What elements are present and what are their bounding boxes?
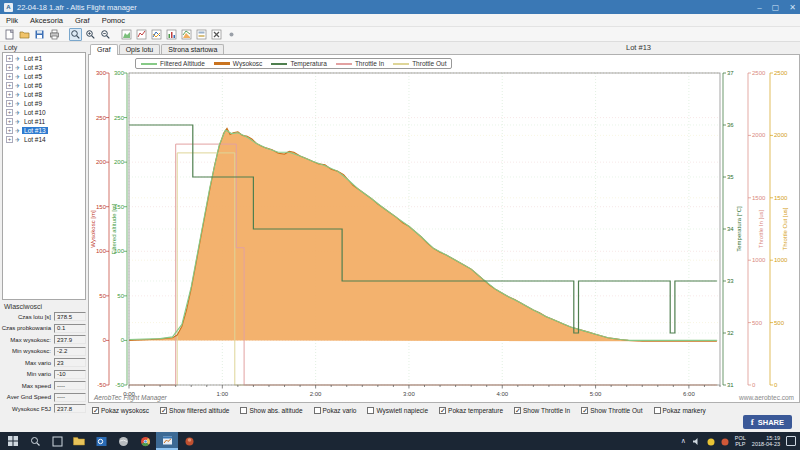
filter-label: Show abs. altitude bbox=[249, 407, 302, 414]
zoom-mode-icon[interactable] bbox=[69, 28, 82, 41]
checkbox-icon[interactable] bbox=[654, 407, 661, 414]
expander-icon[interactable]: + bbox=[6, 136, 13, 143]
language-indicator[interactable]: POLPLP bbox=[735, 435, 746, 447]
chrome-icon[interactable] bbox=[134, 432, 156, 450]
google-earth-icon[interactable] bbox=[112, 432, 134, 450]
svg-text:300: 300 bbox=[96, 70, 107, 76]
menu-item-akcesoria[interactable]: Akcesoria bbox=[24, 16, 69, 25]
svg-text:36: 36 bbox=[727, 122, 734, 128]
volume-icon[interactable] bbox=[692, 432, 701, 450]
svg-text:32: 32 bbox=[727, 330, 734, 336]
action-center-icon[interactable] bbox=[786, 436, 796, 446]
menu-item-pomoc[interactable]: Pomoc bbox=[96, 16, 131, 25]
task-view-icon[interactable] bbox=[46, 432, 68, 450]
tree-item-lot-5[interactable]: +✈Lot #5 bbox=[3, 72, 85, 81]
checkbox-icon[interactable]: ✓ bbox=[92, 407, 99, 414]
svg-text:-50: -50 bbox=[97, 382, 106, 388]
save-icon[interactable] bbox=[33, 28, 46, 41]
tree-item-lot-9[interactable]: +✈Lot #9 bbox=[3, 99, 85, 108]
app-taskbar-icon[interactable] bbox=[178, 432, 200, 450]
tree-item-lot-13[interactable]: +✈Lot #13 bbox=[3, 126, 85, 135]
facebook-share-button[interactable]: f SHARE bbox=[743, 415, 792, 429]
flight-icon: ✈ bbox=[15, 55, 20, 62]
property-value-field[interactable]: 237.8 bbox=[54, 404, 86, 413]
website-link[interactable]: www.aerobtec.com bbox=[739, 394, 794, 401]
clear-chart-icon[interactable] bbox=[210, 28, 223, 41]
maximize-button[interactable]: ▢ bbox=[772, 3, 780, 12]
flight-label: Lot #5 bbox=[22, 73, 44, 80]
altis-app-taskbar-icon[interactable] bbox=[156, 432, 178, 450]
chart-line-icon[interactable] bbox=[135, 28, 148, 41]
filter-show-abs-altitude[interactable]: Show abs. altitude bbox=[240, 407, 302, 414]
tray-status-icon-red[interactable] bbox=[721, 432, 729, 450]
property-value-field[interactable]: 23 bbox=[54, 358, 86, 367]
tree-item-lot-8[interactable]: +✈Lot #8 bbox=[3, 90, 85, 99]
expander-icon[interactable]: + bbox=[6, 127, 13, 134]
checkbox-icon[interactable]: ✓ bbox=[581, 407, 588, 414]
new-file-icon[interactable] bbox=[3, 28, 16, 41]
tray-chevron-up-icon[interactable]: ∧ bbox=[681, 437, 686, 445]
close-button[interactable]: ✕ bbox=[789, 3, 796, 12]
tree-item-lot-11[interactable]: +✈Lot #11 bbox=[3, 117, 85, 126]
chart-area-icon[interactable] bbox=[120, 28, 133, 41]
tree-item-lot-6[interactable]: +✈Lot #6 bbox=[3, 81, 85, 90]
expander-icon[interactable]: + bbox=[6, 91, 13, 98]
tab-graf[interactable]: Graf bbox=[90, 44, 118, 55]
filter-label: Show Throttle In bbox=[523, 407, 570, 414]
checkbox-icon[interactable] bbox=[240, 407, 247, 414]
filter-pokaz-vario[interactable]: Pokaz vario bbox=[314, 407, 357, 414]
minimize-button[interactable]: – bbox=[757, 3, 761, 12]
tree-item-lot-3[interactable]: +✈Lot #3 bbox=[3, 63, 85, 72]
start-button[interactable] bbox=[2, 432, 24, 450]
flight-label: Lot #3 bbox=[22, 64, 44, 71]
property-value-field[interactable]: ---- bbox=[54, 393, 86, 402]
expander-icon[interactable]: + bbox=[6, 55, 13, 62]
flight-tree[interactable]: +✈Lot #1+✈Lot #3+✈Lot #5+✈Lot #6+✈Lot #8… bbox=[2, 52, 86, 300]
zoom-out-icon[interactable] bbox=[99, 28, 112, 41]
chart-dual-icon[interactable] bbox=[180, 28, 193, 41]
checkbox-icon[interactable]: ✓ bbox=[514, 407, 521, 414]
expander-icon[interactable]: + bbox=[6, 118, 13, 125]
checkbox-icon[interactable] bbox=[314, 407, 321, 414]
expander-icon[interactable]: + bbox=[6, 73, 13, 80]
checkbox-icon[interactable]: ✓ bbox=[160, 407, 167, 414]
filter-show-filtered-altitude[interactable]: ✓Show filtered altitude bbox=[160, 407, 229, 414]
search-icon[interactable] bbox=[24, 432, 46, 450]
tree-item-lot-1[interactable]: +✈Lot #1 bbox=[3, 54, 85, 63]
property-value-field[interactable]: -10 bbox=[54, 370, 86, 379]
checkbox-icon[interactable] bbox=[367, 407, 374, 414]
expander-icon[interactable]: + bbox=[6, 64, 13, 71]
chart-bars-icon[interactable] bbox=[165, 28, 178, 41]
checkbox-icon[interactable]: ✓ bbox=[439, 407, 446, 414]
filter-show-throttle-in[interactable]: ✓Show Throttle In bbox=[514, 407, 570, 414]
property-value-field[interactable]: -2.2 bbox=[54, 347, 86, 356]
filter-pokaz-markery[interactable]: Pokaz markery bbox=[654, 407, 706, 414]
property-value-field[interactable]: ---- bbox=[54, 381, 86, 390]
open-folder-icon[interactable] bbox=[18, 28, 31, 41]
filter-pokaz-temperature[interactable]: ✓Pokaz temperature bbox=[439, 407, 503, 414]
print-icon[interactable] bbox=[48, 28, 61, 41]
property-value-field[interactable]: 378.5 bbox=[54, 312, 86, 321]
tree-item-lot-14[interactable]: +✈Lot #14 bbox=[3, 135, 85, 144]
file-explorer-icon[interactable] bbox=[68, 432, 90, 450]
menu-item-graf[interactable]: Graf bbox=[69, 16, 96, 25]
menu-item-plik[interactable]: Plik bbox=[0, 16, 24, 25]
filter-pokaz-wysokosc[interactable]: ✓Pokaz wysokosc bbox=[92, 407, 149, 414]
property-value-field[interactable]: 0.1 bbox=[54, 324, 86, 333]
filter-wyswietl-napiecie[interactable]: Wyswietl napiecie bbox=[367, 407, 428, 414]
flight-chart[interactable]: 300250200150100500-50Wysokosc [m]3002502… bbox=[89, 55, 799, 401]
outlook-icon[interactable] bbox=[90, 432, 112, 450]
expander-icon[interactable]: + bbox=[6, 100, 13, 107]
chart-export-icon[interactable] bbox=[195, 28, 208, 41]
chart-overlay-icon[interactable] bbox=[150, 28, 163, 41]
svg-text:Time [min:s]: Time [min:s] bbox=[405, 400, 444, 401]
filter-show-throttle-out[interactable]: ✓Show Throttle Out bbox=[581, 407, 642, 414]
property-value-field[interactable]: 237.9 bbox=[54, 335, 86, 344]
clock[interactable]: 15:192018-04-23 bbox=[752, 435, 780, 448]
tree-item-lot-10[interactable]: +✈Lot #10 bbox=[3, 108, 85, 117]
zoom-in-icon[interactable] bbox=[84, 28, 97, 41]
tray-status-icon-yellow[interactable] bbox=[707, 432, 715, 450]
expander-icon[interactable]: + bbox=[6, 109, 13, 116]
marker-icon[interactable] bbox=[225, 28, 238, 41]
expander-icon[interactable]: + bbox=[6, 82, 13, 89]
